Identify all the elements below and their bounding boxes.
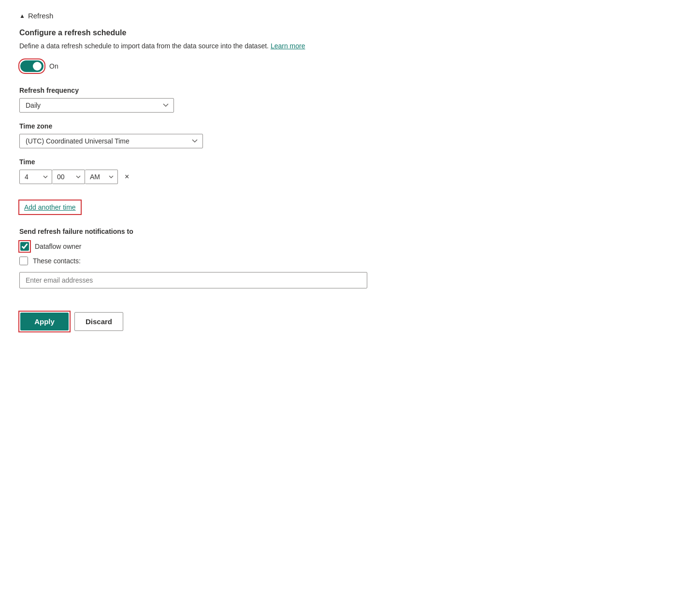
timezone-field-group: Time zone (UTC) Coordinated Universal Ti… — [19, 122, 659, 148]
dataflow-owner-row: Dataflow owner — [19, 241, 659, 252]
add-another-time-link[interactable]: Add another time — [19, 201, 81, 214]
email-input[interactable] — [19, 272, 367, 288]
discard-button[interactable]: Discard — [74, 312, 123, 331]
config-title: Configure a refresh schedule — [19, 29, 659, 37]
toggle-row: On — [19, 59, 659, 73]
time-label: Time — [19, 158, 659, 166]
dataflow-owner-label: Dataflow owner — [35, 243, 82, 250]
time-row: 1234 5678 9101112 00153045 AMPM × — [19, 170, 659, 184]
minute-select[interactable]: 00153045 — [52, 170, 85, 184]
these-contacts-label: These contacts: — [33, 257, 81, 265]
these-contacts-row: These contacts: — [19, 257, 659, 265]
section-title: Refresh — [28, 12, 54, 20]
toggle-wrapper — [19, 59, 44, 73]
remove-time-button[interactable]: × — [122, 172, 132, 182]
apply-button[interactable]: Apply — [20, 313, 69, 330]
apply-button-wrapper: Apply — [19, 312, 70, 331]
frequency-select[interactable]: Daily Weekly Monthly — [19, 98, 174, 113]
frequency-field-group: Refresh frequency Daily Weekly Monthly — [19, 86, 659, 113]
dataflow-owner-checkbox[interactable] — [20, 242, 29, 251]
button-row: Apply Discard — [19, 312, 659, 331]
notifications-group: Send refresh failure notifications to Da… — [19, 228, 659, 302]
refresh-toggle[interactable] — [20, 60, 43, 72]
hour-select[interactable]: 1234 5678 9101112 — [19, 170, 52, 184]
notifications-label: Send refresh failure notifications to — [19, 228, 659, 235]
dataflow-owner-checkbox-wrapper — [19, 241, 30, 252]
ampm-select[interactable]: AMPM — [85, 170, 118, 184]
time-field-group: Time 1234 5678 9101112 00153045 AMPM × — [19, 158, 659, 184]
timezone-label: Time zone — [19, 122, 659, 130]
triangle-icon: ▲ — [19, 13, 25, 19]
timezone-select[interactable]: (UTC) Coordinated Universal Time (UTC-05… — [19, 134, 203, 148]
learn-more-link[interactable]: Learn more — [271, 42, 305, 50]
section-header: ▲ Refresh — [19, 12, 659, 20]
frequency-label: Refresh frequency — [19, 86, 659, 94]
description: Define a data refresh schedule to import… — [19, 42, 659, 50]
toggle-label: On — [49, 62, 58, 70]
these-contacts-checkbox[interactable] — [19, 257, 28, 265]
